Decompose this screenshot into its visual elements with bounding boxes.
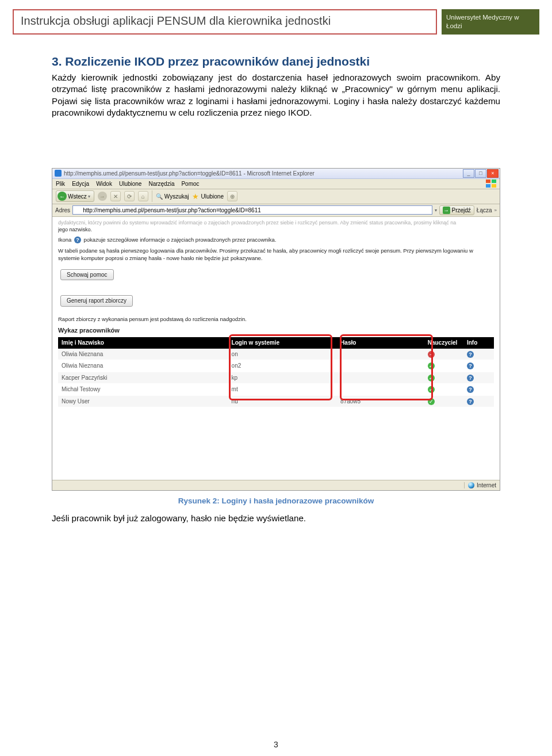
status-page-icon	[56, 482, 62, 488]
cell-login: nu	[228, 395, 338, 407]
uni-line2: Łodzi	[446, 22, 535, 30]
menu-item[interactable]: Plik	[56, 181, 65, 187]
page-inner: dydaktyczni, którzy powinni do systemu w…	[52, 217, 500, 411]
cell-teacher: ✓	[424, 372, 463, 384]
go-label: Przejdź	[452, 207, 471, 213]
info-icon: ?	[467, 386, 474, 393]
toolbar-extra-button[interactable]: ⊕	[227, 191, 237, 201]
hide-help-button[interactable]: Schowaj pomoc	[60, 269, 114, 281]
refresh-button[interactable]: ⟳	[124, 191, 135, 201]
table-row[interactable]: Oliwia Nieznana on – ?	[58, 349, 494, 360]
table-row[interactable]: Kacper Paczyński kp ✓ ?	[58, 372, 494, 384]
table-row[interactable]: Oliwia Nieznana on2 ✓ ?	[58, 360, 494, 372]
back-button[interactable]: ← Wstecz ▾	[56, 190, 94, 202]
window-title: http://memphis.umed.pl/pensum-test/jusr.…	[64, 170, 315, 177]
url-input[interactable]: http://memphis.umed.pl/pensum-test/jusr.…	[72, 205, 432, 215]
window-titlebar: http://memphis.umed.pl/pensum-test/jusr.…	[52, 169, 500, 179]
minimize-button[interactable]: _	[463, 169, 474, 178]
cell-pass	[337, 384, 424, 396]
address-bar: Adres http://memphis.umed.pl/pensum-test…	[52, 204, 500, 217]
info-icon: ?	[467, 351, 474, 358]
status-zone: Internet	[464, 482, 496, 488]
cell-name: Oliwia Nieznana	[58, 349, 228, 360]
window-buttons: _ □ ×	[463, 169, 499, 178]
links-chevron-icon[interactable]: »	[494, 208, 497, 213]
maximize-button[interactable]: □	[475, 169, 486, 178]
status-green-icon: ✓	[428, 398, 435, 405]
favorites-button[interactable]: ★ Ulubione	[192, 192, 223, 201]
doc-title-box: Instrukcja obsługi aplikacji PENSUM dla …	[13, 9, 437, 35]
uni-line1: Uniwersytet Medyczny w	[446, 13, 535, 22]
windows-flag-icon	[486, 180, 496, 188]
cell-info[interactable]: ?	[463, 360, 494, 372]
info-icon: ?	[467, 398, 474, 405]
cell-pass	[337, 372, 424, 384]
search-icon: 🔍	[156, 193, 163, 200]
chevron-down-icon: ▾	[88, 194, 90, 199]
col-name: Imię i Nazwisko	[58, 337, 228, 349]
menu-item[interactable]: Widok	[96, 181, 112, 187]
status-zone-label: Internet	[477, 482, 496, 488]
col-teacher: Nauczyciel	[424, 337, 463, 349]
cell-login: mt	[228, 384, 338, 396]
help-icon: ?	[74, 236, 81, 243]
home-button[interactable]: ⌂	[138, 191, 148, 201]
generate-report-button[interactable]: Generuj raport zbiorczy	[60, 295, 133, 307]
star-icon: ★	[192, 192, 199, 201]
employees-table: Imię i Nazwisko Login w systemie Hasło N…	[58, 337, 494, 407]
cell-info[interactable]: ?	[463, 349, 494, 360]
url-text: http://memphis.umed.pl/pensum-test/jusr.…	[83, 207, 261, 213]
col-info: Info	[463, 337, 494, 349]
cell-teacher: ✓	[424, 395, 463, 407]
uni-box: Uniwersytet Medyczny w Łodzi	[442, 9, 539, 35]
section-content: 3. Rozliczenie IKOD przez pracowników da…	[52, 55, 500, 119]
back-arrow-icon: ←	[57, 192, 67, 201]
toolbar: ← Wstecz ▾ → ✕ ⟳ ⌂ 🔍 Wyszukaj ★ Ulubione…	[52, 189, 500, 204]
menu-item[interactable]: Narzędzia	[148, 181, 174, 187]
menu-item[interactable]: Ulubione	[119, 181, 141, 187]
page-icon	[75, 207, 81, 213]
blank-area	[52, 411, 500, 480]
favorites-label: Ulubione	[201, 193, 223, 200]
back-label: Wstecz	[68, 193, 87, 200]
close-button[interactable]: ×	[487, 169, 499, 178]
go-button[interactable]: → Przejdź	[439, 205, 474, 215]
menu-item[interactable]: Pomoc	[181, 181, 199, 187]
search-label: Wyszukaj	[164, 193, 189, 200]
ikona-text-b: pokazuje szczegółowe informacje o zajęci…	[84, 236, 277, 243]
table-row[interactable]: Nowy User nu 87aow5 ✓ ?	[58, 395, 494, 407]
status-green-icon: ✓	[428, 375, 435, 381]
cell-login: kp	[228, 372, 338, 384]
url-dropdown-icon[interactable]: ▾	[435, 208, 437, 213]
status-green-icon: ✓	[428, 362, 435, 369]
cell-login: on2	[228, 360, 338, 372]
ie-icon	[55, 170, 62, 177]
info-icon: ?	[467, 375, 474, 381]
table-header-row: Imię i Nazwisko Login w systemie Hasło N…	[58, 337, 494, 349]
doc-header: Instrukcja obsługi aplikacji PENSUM dla …	[13, 9, 539, 35]
cell-info[interactable]: ?	[463, 372, 494, 384]
menubar: Plik Edycja Widok Ulubione Narzędzia Pom…	[52, 179, 500, 189]
status-green-icon: ✓	[428, 386, 435, 393]
report-note: Raport zbiorczy z wykonania pensum jest …	[58, 316, 494, 323]
cell-info[interactable]: ?	[463, 395, 494, 407]
table-row[interactable]: Michał Testowy mt ✓ ?	[58, 384, 494, 396]
menu-item[interactable]: Edycja	[72, 181, 89, 187]
cell-info[interactable]: ?	[463, 384, 494, 396]
forward-button[interactable]: →	[98, 192, 107, 201]
cell-teacher: –	[424, 349, 463, 360]
section-heading: 3. Rozliczenie IKOD przez pracowników da…	[52, 55, 500, 68]
ikona-text-a: Ikona	[58, 236, 73, 243]
links-label[interactable]: Łącza	[477, 207, 492, 213]
stop-button[interactable]: ✕	[110, 191, 121, 201]
after-caption-text: Jeśli pracownik był już zalogowany, hasł…	[52, 513, 500, 523]
cut-text-2: jego nazwisko.	[58, 226, 494, 233]
cell-teacher: ✓	[424, 384, 463, 396]
col-login: Login w systemie	[228, 337, 338, 349]
doc-title: Instrukcja obsługi aplikacji PENSUM dla …	[21, 14, 331, 27]
globe-icon	[468, 482, 474, 488]
cell-pass: 87aow5	[337, 395, 424, 407]
search-button[interactable]: 🔍 Wyszukaj	[156, 193, 189, 200]
cell-teacher: ✓	[424, 360, 463, 372]
page-body: dydaktyczni, którzy powinni do systemu w…	[52, 217, 500, 490]
